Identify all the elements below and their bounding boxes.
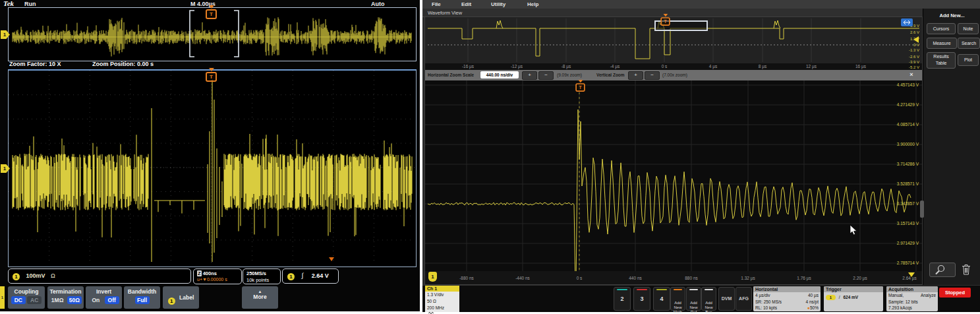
- v-zoom-out-button[interactable]: −: [645, 71, 660, 80]
- zoom-volt-label: 3.157143 V: [879, 221, 919, 226]
- coupling-dc-option[interactable]: DC: [11, 296, 26, 304]
- acquisition-settings-panel[interactable]: Acquisition Manual,Analyze Sample: 12 bi…: [886, 286, 938, 311]
- label-button[interactable]: 1 Label: [163, 286, 199, 309]
- v-zoom-in-button[interactable]: +: [628, 71, 643, 80]
- dvm-button[interactable]: DVM: [718, 287, 735, 311]
- acquisition-count: 7.293 kAcqs: [886, 305, 938, 311]
- horizontal-title: Horizontal: [753, 286, 821, 292]
- overview-strip[interactable]: T 3.9 V 2.6 V 1.3 V 0 V -1.3 V -2.6 V -3…: [425, 17, 922, 63]
- menu-edit[interactable]: Edit: [461, 1, 471, 7]
- menu-utility[interactable]: Utility: [491, 1, 505, 7]
- channel1-badge: 1: [13, 273, 20, 280]
- sample-rate-readout: 250MS/s 10k points: [243, 268, 281, 284]
- channel3-color-stripe: [637, 289, 647, 290]
- overview-volt-label: -2.6 V: [893, 55, 919, 59]
- menu-help[interactable]: Help: [527, 1, 538, 7]
- channel1-scale: 1.3 V/div: [427, 292, 459, 298]
- search-button[interactable]: Search: [958, 38, 980, 49]
- results-table-button[interactable]: Results Table: [927, 52, 956, 69]
- channel4-color-stripe: [656, 289, 667, 290]
- channel-offscreen-arrow-icon: [908, 272, 915, 280]
- trigger-arrow-icon: [663, 14, 668, 19]
- trigger-settings-panel[interactable]: Trigger 1 / 624 mV: [824, 286, 883, 311]
- menu-file[interactable]: File: [432, 1, 441, 7]
- panel-resize-grip[interactable]: [920, 201, 924, 218]
- h-zoom-factor-label: (9.09x zoom): [557, 73, 582, 77]
- bus-color-stripe: [705, 289, 713, 290]
- horizontal-zoom-scale-value[interactable]: 440.00 ns/div: [480, 71, 519, 78]
- more-button[interactable]: ▲ More: [242, 286, 278, 309]
- channel2-color-stripe: [617, 289, 627, 290]
- invert-button[interactable]: Invert On Off: [86, 286, 122, 309]
- v-zoom-factor-label: (7.00x zoom): [662, 73, 687, 77]
- cursors-button[interactable]: Cursors: [927, 23, 956, 34]
- bandwidth-button[interactable]: Bandwidth Full: [124, 286, 160, 309]
- zoom-toolbar: Horizontal Zoom Scale 440.00 ns/div + − …: [425, 70, 922, 80]
- invert-on-option[interactable]: On: [88, 296, 103, 304]
- add-new-math-button[interactable]: Add New Math: [670, 287, 685, 311]
- vertical-scale-readout: 100mV: [26, 272, 45, 279]
- overview-time-label: 4 µs: [699, 64, 728, 69]
- channel4-number: 4: [654, 296, 670, 302]
- zoom-mode-button[interactable]: [929, 263, 956, 277]
- add-new-ref-button[interactable]: Add New Ref: [686, 287, 701, 311]
- termination-button[interactable]: Termination 1MΩ 50Ω: [47, 286, 84, 309]
- channel2-button[interactable]: 2: [614, 287, 631, 311]
- pan-zoom-icon[interactable]: [901, 18, 913, 26]
- zoom-time-label: 1.32 µs: [734, 276, 763, 280]
- trash-button[interactable]: [960, 263, 972, 276]
- zoom-trigger-position-marker[interactable]: T: [206, 72, 217, 82]
- overview-time-label: -12 µs: [502, 64, 531, 69]
- zoom-waveform: [9, 71, 415, 265]
- trigger-source-badge: 1: [287, 273, 295, 280]
- channel3-number: 3: [634, 296, 650, 302]
- acquisition-status: Run: [24, 1, 36, 7]
- zoom-delay-readout: u+▼0.00000 s: [194, 276, 241, 282]
- zoom-waveform-view[interactable]: T 4.457143 V 4.271429 V 4.085714 V 3.900…: [425, 80, 922, 271]
- trigger-position-marker[interactable]: T: [660, 17, 670, 26]
- h-zoom-out-button[interactable]: −: [538, 71, 554, 80]
- bandwidth-full-option[interactable]: Full: [135, 296, 150, 304]
- overview-waveform-window[interactable]: T: [8, 7, 417, 61]
- plot-button[interactable]: Plot: [958, 54, 979, 66]
- zoom-z-icon: Z: [197, 270, 202, 276]
- horizontal-settings-panel[interactable]: Horizontal 4 µs/div40 µs SR: 250 MS/s4 n…: [753, 286, 821, 311]
- termination-50-option[interactable]: 50Ω: [67, 296, 82, 304]
- zoom-time-label: 440 ns: [621, 276, 650, 280]
- trigger-position-marker[interactable]: T: [206, 9, 217, 19]
- waveform-view-label: Waveform View: [428, 10, 462, 16]
- termination-label: Termination: [47, 288, 84, 295]
- overview-volt-label: -3.9 V: [893, 60, 919, 64]
- note-button[interactable]: Note: [958, 23, 979, 34]
- measure-button[interactable]: Measure: [927, 38, 957, 49]
- zoom-trigger-position-marker[interactable]: T: [575, 83, 585, 92]
- channel3-button[interactable]: 3: [633, 287, 650, 311]
- channel1-settings-badge[interactable]: Ch 1 1.3 V/div 50 Ω 200 MHz: [425, 286, 459, 312]
- coupling-button[interactable]: Coupling DC AC: [8, 286, 45, 309]
- channel4-button[interactable]: 4: [653, 287, 670, 311]
- overview-time-label: 0 s: [650, 64, 679, 69]
- rate-readout: 250MS/s: [243, 269, 280, 276]
- zoom-time-label: -440 ns: [508, 276, 537, 280]
- h-zoom-in-button[interactable]: +: [522, 71, 537, 80]
- zoom-waveform-window[interactable]: T: [8, 69, 417, 267]
- coupling-label: Coupling: [8, 288, 45, 295]
- invert-off-option[interactable]: Off: [105, 296, 119, 304]
- magnifier-icon: [930, 263, 955, 276]
- stopped-status-button[interactable]: Stopped: [939, 288, 971, 298]
- acquisition-title: Acquisition: [886, 286, 938, 292]
- trigger-mode-readout: Auto: [371, 1, 385, 7]
- add-new-bus-button[interactable]: Add New Bus: [701, 287, 716, 311]
- zoom-volt-label: 3.528571 V: [879, 181, 919, 186]
- channel1-menu-tab[interactable]: 1: [0, 286, 5, 309]
- trash-icon: [962, 264, 971, 275]
- channel1-badge[interactable]: 1: [428, 272, 437, 282]
- termination-1m-option[interactable]: 1MΩ: [49, 296, 66, 304]
- zoom-position-readout: Zoom Position: 0.00 s: [92, 61, 154, 67]
- coupling-ac-option[interactable]: AC: [27, 296, 42, 304]
- close-zoom-icon[interactable]: ×: [906, 71, 917, 79]
- mouse-cursor: [850, 224, 857, 236]
- afg-button[interactable]: AFG: [735, 287, 752, 311]
- add-new-title: Add New...: [923, 13, 980, 18]
- zoom-volt-label: 4.457143 V: [879, 82, 919, 87]
